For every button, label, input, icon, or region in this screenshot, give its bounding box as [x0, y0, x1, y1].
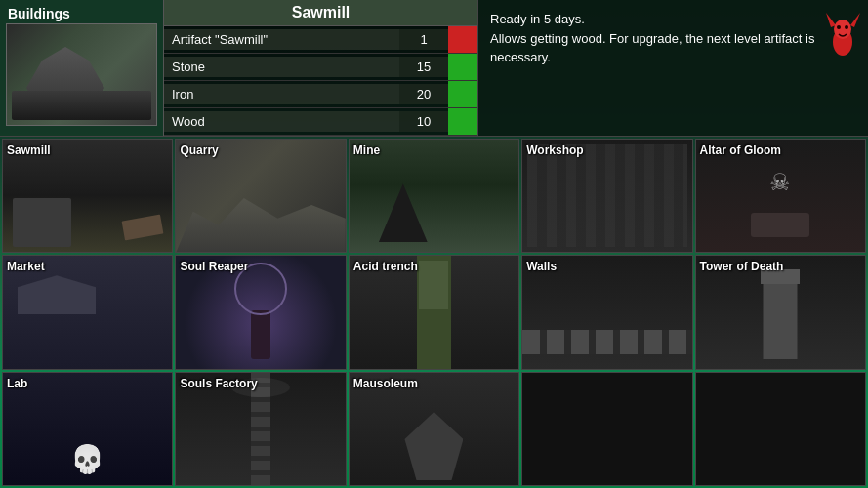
svg-point-5	[845, 25, 848, 29]
description-text: Ready in 5 days. Allows getting wood. Fo…	[490, 10, 856, 67]
resource-name-wood: Wood	[164, 111, 399, 132]
resource-value-wood: 10	[399, 111, 448, 132]
building-label-sawmill: Sawmill	[7, 143, 51, 157]
building-label-tower-of-death: Tower of Death	[700, 260, 784, 273]
building-label-lab: Lab	[7, 377, 27, 390]
building-card-quarry[interactable]: Quarry	[175, 139, 346, 253]
building-card-sawmill[interactable]: Sawmill	[2, 139, 173, 253]
resource-value-artifact: 1	[399, 29, 448, 50]
building-label-altar-of-gloom: Altar of Gloom	[700, 143, 781, 157]
building-label-acid-trench: Acid trench	[353, 260, 418, 273]
resource-row-iron: Iron 20	[164, 81, 477, 108]
buildings-panel: Buildings	[0, 0, 164, 136]
resource-bar-wood	[448, 108, 477, 135]
building-card-walls[interactable]: Walls	[521, 255, 692, 369]
building-card-soul-reaper[interactable]: Soul Reaper	[175, 255, 346, 369]
buildings-thumbnail	[6, 23, 157, 126]
buildings-label: Buildings	[4, 4, 74, 23]
resource-row-stone: Stone 15	[164, 54, 477, 81]
sawmill-title: Sawmill	[164, 0, 477, 26]
building-card-altar-of-gloom[interactable]: Altar of Gloom	[695, 139, 866, 253]
building-card-market[interactable]: Market	[2, 255, 173, 369]
svg-marker-1	[826, 13, 836, 27]
building-label-quarry: Quarry	[180, 143, 218, 157]
description-line1: Ready in 5 days.	[490, 12, 585, 26]
main-container: Buildings Sawmill Artifact "Sawmill" 1 S…	[0, 0, 868, 488]
resource-row-artifact: Artifact "Sawmill" 1	[164, 26, 477, 54]
description-line2: Allows getting wood. For upgrade, the ne…	[490, 31, 814, 65]
resource-bar-artifact	[448, 26, 477, 53]
devil-icon	[826, 8, 860, 57]
resource-name-iron: Iron	[164, 84, 399, 104]
resource-bar-stone	[448, 54, 477, 80]
resource-bar-iron	[448, 81, 477, 107]
building-label-soul-reaper: Soul Reaper	[180, 260, 248, 273]
building-label-market: Market	[7, 260, 45, 273]
resource-value-iron: 20	[399, 84, 448, 104]
building-label-workshop: Workshop	[526, 143, 583, 157]
svg-marker-2	[850, 13, 860, 27]
building-card-lab[interactable]: Lab	[2, 372, 173, 486]
building-card-mausoleum[interactable]: Mausoleum	[349, 372, 519, 486]
building-card-workshop[interactable]: Workshop	[521, 139, 692, 253]
resource-name-stone: Stone	[164, 57, 399, 77]
svg-point-4	[837, 25, 841, 29]
resource-row-wood: Wood 10	[164, 108, 477, 136]
info-table-area: Sawmill Artifact "Sawmill" 1 Stone 15 Ir…	[164, 0, 477, 136]
building-label-mine: Mine	[353, 143, 380, 157]
building-card-tower-of-death[interactable]: Tower of Death	[695, 255, 866, 369]
buildings-grid: Sawmill Quarry Mine Workshop Altar of Gl…	[0, 137, 868, 488]
resource-table: Artifact "Sawmill" 1 Stone 15 Iron 20 Wo…	[164, 26, 477, 136]
building-label-walls: Walls	[526, 260, 557, 273]
top-panel: Buildings Sawmill Artifact "Sawmill" 1 S…	[0, 0, 868, 137]
building-card-empty-2	[695, 372, 866, 486]
building-card-mine[interactable]: Mine	[349, 139, 519, 253]
description-panel: Ready in 5 days. Allows getting wood. Fo…	[477, 0, 868, 136]
building-card-empty-1	[521, 372, 692, 486]
building-label-mausoleum: Mausoleum	[353, 377, 418, 390]
building-label-souls-factory: Souls Factory	[180, 377, 257, 390]
resource-value-stone: 15	[399, 57, 448, 77]
resource-name-artifact: Artifact "Sawmill"	[164, 29, 399, 50]
building-card-souls-factory[interactable]: Souls Factory	[175, 372, 346, 486]
building-card-acid-trench[interactable]: Acid trench	[349, 255, 519, 369]
